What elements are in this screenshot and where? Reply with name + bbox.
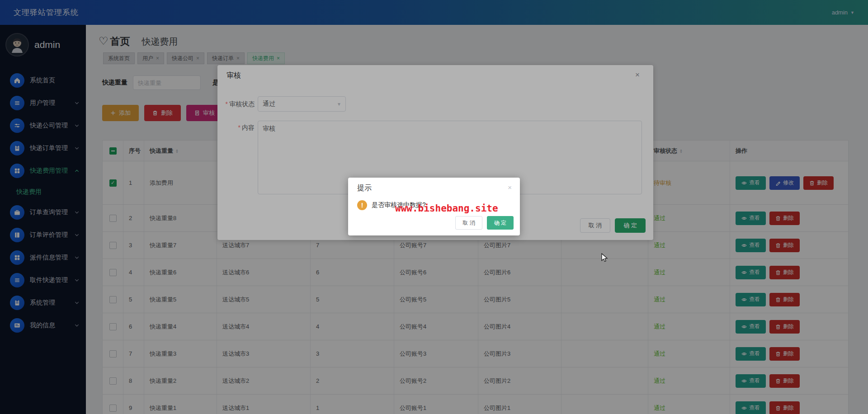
watermark-text: www.bishebang.site [395,203,498,214]
close-icon[interactable]: × [508,183,512,191]
dialog-confirm-button[interactable]: 确 定 [487,216,514,230]
dialog-cancel-button[interactable]: 取 消 [455,216,482,230]
confirm-dialog: 提示 × ! 是否审核选中数据? www.bishebang.site 取 消 … [348,178,520,235]
confirm-dialog-title: 提示 [357,183,372,193]
confirm-dialog-footer: 取 消 确 定 [455,216,514,230]
warning-icon: ! [357,200,367,210]
